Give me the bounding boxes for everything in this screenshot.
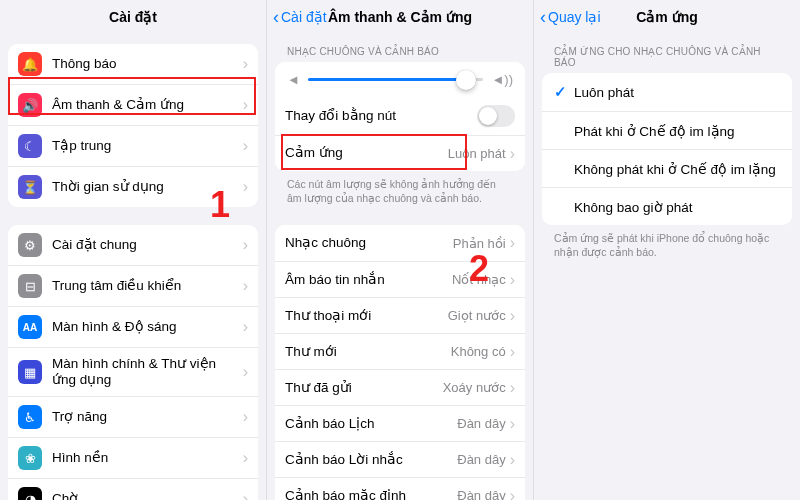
wallpaper-icon: ❀: [18, 446, 42, 470]
row-notifications[interactable]: 🔔 Thông báo›: [8, 44, 258, 84]
row-new-voicemail[interactable]: Thư thoại mớiGiọt nước›: [275, 297, 525, 333]
row-accessibility[interactable]: ♿︎ Trợ năng›: [8, 396, 258, 437]
row-home-library[interactable]: ▦ Màn hình chính & Thư viện ứng dụng›: [8, 347, 258, 396]
toggle-change-with-buttons[interactable]: [477, 105, 515, 127]
speaker-high-icon: ◄)): [491, 72, 513, 87]
chevron-left-icon: ‹: [540, 8, 546, 26]
sounds-haptics-panel: ‹Cài đặt Âm thanh & Cảm ứng NHẠC CHUÔNG …: [266, 0, 533, 500]
chevron-left-icon: ‹: [273, 8, 279, 26]
control-center-icon: ⊟: [18, 274, 42, 298]
chevron-right-icon: ›: [510, 271, 515, 289]
chevron-right-icon: ›: [243, 178, 248, 196]
standby-icon: ◑: [18, 487, 42, 500]
chevron-right-icon: ›: [510, 451, 515, 469]
volume-slider-row: ◄ ◄)): [275, 62, 525, 97]
chevron-right-icon: ›: [243, 236, 248, 254]
haptics-options-card: ✓Luôn phát Phát khi ở Chế độ im lặng Khô…: [542, 73, 792, 225]
row-display-brightness[interactable]: AA Màn hình & Độ sáng›: [8, 306, 258, 347]
display-icon: AA: [18, 315, 42, 339]
chevron-right-icon: ›: [510, 343, 515, 361]
row-sounds-haptics[interactable]: 🔊 Âm thanh & Cảm ứng›: [8, 84, 258, 125]
row-standby[interactable]: ◑ Chờ›: [8, 478, 258, 500]
row-haptics[interactable]: Cảm ứng Luôn phát ›: [275, 135, 525, 171]
speaker-low-icon: ◄: [287, 72, 300, 87]
chevron-right-icon: ›: [510, 145, 515, 163]
row-change-with-buttons[interactable]: Thay đổi bằng nút: [275, 97, 525, 135]
row-wallpaper[interactable]: ❀ Hình nền›: [8, 437, 258, 478]
back-button[interactable]: ‹Cài đặt: [273, 0, 327, 34]
home-icon: ▦: [18, 360, 42, 384]
step-number-2: 2: [469, 248, 489, 290]
row-focus[interactable]: ☾ Tập trung›: [8, 125, 258, 166]
page-title: Âm thanh & Cảm ứng: [328, 9, 472, 25]
chevron-right-icon: ›: [243, 449, 248, 467]
chevron-right-icon: ›: [510, 379, 515, 397]
option-never[interactable]: Không bao giờ phát: [542, 187, 792, 225]
bell-icon: 🔔: [18, 52, 42, 76]
chevron-right-icon: ›: [510, 487, 515, 500]
chevron-right-icon: ›: [243, 318, 248, 336]
chevron-right-icon: ›: [243, 55, 248, 73]
step-number-1: 1: [210, 184, 230, 226]
general-icon: ⚙: [18, 233, 42, 257]
row-reminder-alerts[interactable]: Cảnh báo Lời nhắcĐàn dây›: [275, 441, 525, 477]
row-new-mail[interactable]: Thư mớiKhông có›: [275, 333, 525, 369]
row-default-alerts[interactable]: Cảnh báo mặc địnhĐàn dây›: [275, 477, 525, 500]
volume-footer-note: Các nút âm lượng sẽ không ảnh hưởng đến …: [275, 171, 525, 215]
checkmark-icon: ✓: [554, 83, 574, 101]
settings-group-notifications: 🔔 Thông báo› 🔊 Âm thanh & Cảm ứng› ☾ Tập…: [8, 44, 258, 207]
nav-bar: Cài đặt: [0, 0, 266, 34]
accessibility-icon: ♿︎: [18, 405, 42, 429]
section-header: CẢM ỨNG CHO NHẠC CHUÔNG VÀ CẢNH BÁO: [542, 34, 792, 73]
option-not-silent[interactable]: Không phát khi ở Chế độ im lặng: [542, 149, 792, 187]
haptics-footer-note: Cảm ứng sẽ phát khi iPhone đổ chuông hoặ…: [542, 225, 792, 269]
option-always-play[interactable]: ✓Luôn phát: [542, 73, 792, 111]
option-play-silent[interactable]: Phát khi ở Chế độ im lặng: [542, 111, 792, 149]
chevron-right-icon: ›: [243, 137, 248, 155]
chevron-right-icon: ›: [243, 96, 248, 114]
page-title: Cảm ứng: [636, 9, 698, 25]
chevron-right-icon: ›: [243, 408, 248, 426]
chevron-right-icon: ›: [510, 415, 515, 433]
row-general[interactable]: ⚙ Cài đặt chung›: [8, 225, 258, 265]
section-header: NHẠC CHUÔNG VÀ CẢNH BÁO: [275, 34, 525, 62]
page-title: Cài đặt: [109, 9, 157, 25]
chevron-right-icon: ›: [510, 234, 515, 252]
row-sent-mail[interactable]: Thư đã gửiXoáy nước›: [275, 369, 525, 405]
haptics-options-panel: ‹Quay lại Cảm ứng CẢM ỨNG CHO NHẠC CHUÔN…: [533, 0, 800, 500]
nav-bar: ‹Cài đặt Âm thanh & Cảm ứng: [267, 0, 533, 34]
chevron-right-icon: ›: [510, 307, 515, 325]
focus-icon: ☾: [18, 134, 42, 158]
chevron-right-icon: ›: [243, 277, 248, 295]
chevron-right-icon: ›: [243, 490, 248, 500]
volume-slider[interactable]: [308, 78, 484, 81]
back-button[interactable]: ‹Quay lại: [540, 0, 601, 34]
ringer-alert-card: ◄ ◄)) Thay đổi bằng nút Cảm ứng Luôn phá…: [275, 62, 525, 171]
row-control-center[interactable]: ⊟ Trung tâm điều khiển›: [8, 265, 258, 306]
settings-panel: Cài đặt 🔔 Thông báo› 🔊 Âm thanh & Cảm ứn…: [0, 0, 266, 500]
screentime-icon: ⏳: [18, 175, 42, 199]
nav-bar: ‹Quay lại Cảm ứng: [534, 0, 800, 34]
chevron-right-icon: ›: [243, 363, 248, 381]
settings-group-general: ⚙ Cài đặt chung› ⊟ Trung tâm điều khiển›…: [8, 225, 258, 500]
row-calendar-alerts[interactable]: Cảnh báo LịchĐàn dây›: [275, 405, 525, 441]
sound-icon: 🔊: [18, 93, 42, 117]
slider-thumb[interactable]: [456, 70, 476, 90]
